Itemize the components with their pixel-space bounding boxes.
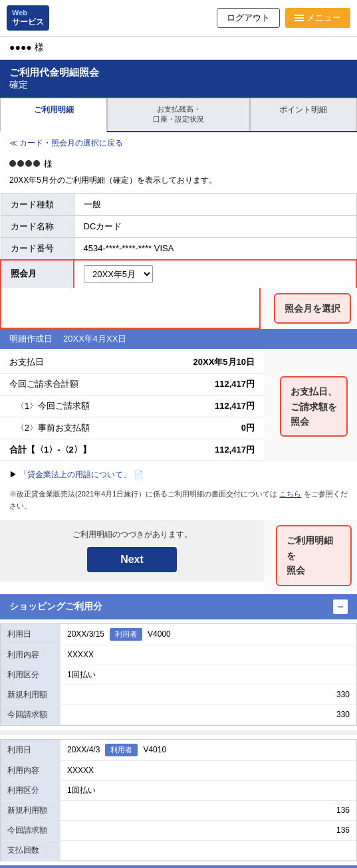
notice-content: ※改正貸金業販売法(2021年4月1日施行）に係るご利用明細の書面交付については [9, 490, 277, 498]
pay-sum-label: 合計【〈1〉-〈2〉】 [0, 439, 145, 461]
tx1-type-row: 利用区分 1回払い [1, 665, 356, 685]
tx1-date: 20XX/3/15 [67, 629, 104, 639]
menu-button[interactable]: メニュー [285, 8, 350, 28]
divider-1 [0, 730, 357, 735]
next-callout-1: ご利用明細を 照会 [276, 525, 352, 586]
nc1-l2: 照会 [287, 565, 305, 576]
card-type-row: カード種類 一般 [1, 193, 356, 215]
logo: Web サービス [7, 5, 49, 31]
tab-balance[interactable]: お支払残高・口座・設定状況 [107, 98, 249, 131]
logo-box: Web サービス [7, 5, 49, 31]
menu-label: メニュー [306, 12, 341, 24]
creation-date-label: 明細作成日 [9, 333, 53, 345]
notice-text: ※改正貸金業販売法(2021年4月1日施行）に係るご利用明細の書面交付については… [0, 486, 357, 517]
payment-table: お支払日 20XX年5月10日 今回ご請求合計額 112,417円 〈1〉今回ご… [0, 352, 264, 461]
pay-total-row: 今回ご請求合計額 112,417円 [0, 374, 264, 395]
inquiry-callout-layout: 照会月を選択 [0, 288, 357, 329]
shopping-label: ショッピングご利用分 [9, 601, 102, 613]
user-name: ●●●● 様 [9, 42, 44, 53]
tx2-type-row: 利用区分 1回払い [1, 780, 356, 800]
card-type-label: カード種類 [1, 193, 74, 215]
tx2-content-value: XXXXX [60, 760, 356, 780]
shopping-section-header: ショッピングご利用分 － [0, 594, 357, 619]
notice-link[interactable]: こちら [279, 490, 301, 498]
tx2-user-badge: 利用者 [105, 744, 138, 756]
tx2-new-value: 136 [60, 800, 356, 820]
tx1-user-badge: 利用者 [110, 628, 142, 641]
tx2-current-label: 今回請求額 [1, 820, 60, 840]
shopping-collapse-button[interactable]: － [333, 599, 348, 614]
page-title-sub: 確定 [9, 79, 348, 91]
pay-sum-row: 合計【〈1〉-〈2〉】 112,417円 [0, 439, 264, 461]
tx2-date-value: 20XX/4/3 利用者 V4010 [60, 740, 356, 761]
tx1-new-label: 新規利用額 [1, 685, 60, 705]
nc1-l1: ご利用明細を [287, 535, 333, 560]
breadcrumb-link[interactable]: カード・照会月の選択に戻る [19, 138, 123, 148]
tx1-current-value: 330 [60, 705, 356, 724]
header-buttons: ログアウト メニュー [217, 8, 350, 28]
payment-section-content: お支払日 20XX年5月10日 今回ご請求合計額 112,417円 〈1〉今回ご… [0, 352, 264, 461]
terms-link[interactable]: 「貸金業法上の用語について」 [19, 470, 131, 479]
pay-date-row: お支払日 20XX年5月10日 [0, 352, 264, 374]
breadcrumb: ≪ カード・照会月の選択に戻る [0, 132, 357, 154]
tx1-content-value: XXXXX [60, 645, 356, 665]
tx1-date-label: 利用日 [1, 624, 60, 645]
tx2-content-label: 利用内容 [1, 760, 60, 780]
link-arrow: ▶ [9, 470, 19, 479]
tx2-current-value: 136 [60, 820, 356, 840]
creation-date-value: 20XX年4月XX日 [63, 333, 126, 345]
callout-line2: ご請求額を [291, 401, 337, 412]
tx2-user-value: V4010 [143, 745, 166, 754]
inquiry-callout: 照会月を選択 [274, 293, 351, 324]
card-number-row: カード番号 4534-****-****-**** VISA [1, 237, 356, 260]
card-info-table: カード種類 一般 カード名称 DCカード カード番号 4534-****-***… [0, 193, 357, 289]
next-callout-1-area: ご利用明細を 照会 [264, 520, 357, 591]
pay-item1-value: 112,417円 [145, 395, 264, 417]
tx2-current-row: 今回請求額 136 [1, 820, 356, 840]
logout-button[interactable]: ログアウト [217, 8, 280, 28]
inquiry-month-select[interactable]: 20XX年5月 [84, 265, 153, 283]
sub-user-suffix: 様 [44, 159, 53, 169]
summary-footer: ショッピング請求確定分小計 [0, 865, 357, 868]
user-name-bar: ●●●● 様 [0, 37, 357, 60]
tx2-type-label: 利用区分 [1, 780, 60, 800]
transaction-table-2: 利用日 20XX/4/3 利用者 V4010 利用内容 XXXXX 利用区分 1… [1, 740, 356, 861]
breadcrumb-arrow: ≪ [9, 138, 19, 148]
tx2-new-label: 新規利用額 [1, 800, 60, 820]
payment-callout-area: お支払日、 ご請求額を 照会 [264, 352, 357, 461]
card-type-value: 一般 [74, 193, 356, 215]
tx1-user-value: V4000 [148, 629, 171, 639]
next-msg-1: ご利用明細のつづきがあります。 [9, 529, 255, 540]
tx1-new-value: 330 [60, 685, 356, 705]
tabs-row: ご利用明細 お支払残高・口座・設定状況 ポイント明細 [0, 98, 357, 132]
tx1-type-value: 1回払い [60, 665, 356, 685]
next-section-1: ご利用明細のつづきがあります。 Next [0, 520, 264, 582]
card-number-label: カード番号 [1, 237, 74, 260]
tx1-date-value: 20XX/3/15 利用者 V4000 [60, 624, 356, 645]
menu-icon [295, 15, 304, 21]
next-section-1-layout: ご利用明細のつづきがあります。 Next ご利用明細を 照会 [0, 520, 357, 591]
card-number-value: 4534-****-****-**** VISA [74, 237, 356, 260]
pay-date-value: 20XX年5月10日 [145, 352, 264, 374]
tab-usage[interactable]: ご利用明細 [0, 98, 107, 132]
pay-item2-value: 0円 [145, 417, 264, 439]
tx2-new-row: 新規利用額 136 [1, 800, 356, 820]
logo-service: サービス [12, 17, 44, 28]
tx1-date-row: 利用日 20XX/3/15 利用者 V4000 [1, 624, 356, 645]
inquiry-month-label: 照会月 [1, 260, 74, 288]
pay-item1-row: 〈1〉今回ご請求額 112,417円 [0, 395, 264, 417]
tx2-type-value: 1回払い [60, 780, 356, 800]
tx2-date-row: 利用日 20XX/4/3 利用者 V4010 [1, 740, 356, 761]
tab-points[interactable]: ポイント明細 [250, 98, 357, 131]
tx1-current-row: 今回請求額 330 [1, 705, 356, 724]
transaction-1: 利用日 20XX/3/15 利用者 V4000 利用内容 XXXXX 利用区分 … [0, 623, 357, 726]
description-text: 20XX年5月分のご利用明細（確定）を表示しております。 [0, 171, 357, 193]
tx2-installments-row: 支払回数 [1, 840, 356, 860]
pay-total-label: 今回ご請求合計額 [0, 374, 145, 395]
next-button-1[interactable]: Next [87, 547, 177, 572]
card-name-label: カード名称 [1, 215, 74, 237]
inquiry-month-cell: 20XX年5月 [74, 260, 356, 288]
inquiry-callout-area: 照会月を選択 [261, 288, 357, 329]
header: Web サービス ログアウト メニュー [0, 0, 357, 37]
transaction-2: 利用日 20XX/4/3 利用者 V4010 利用内容 XXXXX 利用区分 1… [0, 739, 357, 861]
